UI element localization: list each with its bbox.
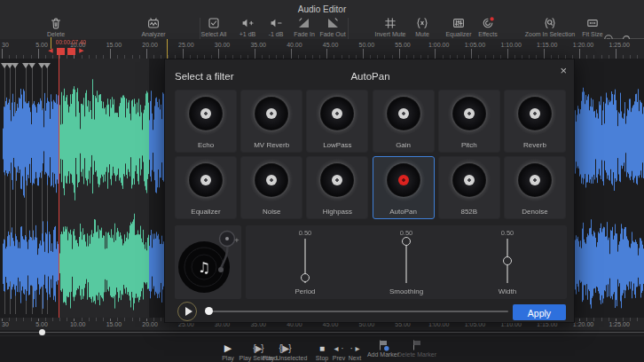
toolbar-label: Fade Out: [302, 31, 364, 37]
toolbar-label: Analyzer: [122, 31, 185, 37]
filter-dialog: Select a filter AutoPan × EchoMV ReverbL…: [164, 59, 575, 323]
playhead-left-arrow[interactable]: ◀: [48, 47, 52, 54]
param-value: 0.50: [270, 229, 341, 237]
toolbar-button-effects[interactable]: Effects: [457, 16, 519, 37]
loop-marker-line-right: [167, 39, 168, 59]
svg-text:+: +: [234, 237, 240, 244]
filter-name: Pitch: [439, 141, 499, 149]
toolbar-button-delete[interactable]: Delete: [25, 16, 87, 37]
waveform-right[interactable]: [575, 59, 644, 318]
preview-progress-track[interactable]: [208, 311, 508, 312]
ruler-time-label: 40.00: [287, 42, 302, 48]
filter-tile-mv-reverb[interactable]: MV Reverb: [240, 90, 302, 153]
filter-tile-echo[interactable]: Echo: [175, 90, 237, 153]
ruler-time-label: 55.00: [395, 42, 411, 48]
turntable-illustration: ♫ +: [175, 225, 241, 299]
filter-tile-autopan[interactable]: AutoPan: [373, 156, 435, 219]
scrollbar-thumb[interactable]: [39, 329, 45, 335]
filter-tile-gain[interactable]: Gain: [373, 90, 435, 153]
vinyl-record-icon: [183, 90, 229, 137]
vinyl-record-icon: [248, 90, 295, 137]
ruler-time-label: 15.00: [106, 321, 122, 327]
toolbar-label: Effects: [457, 31, 519, 37]
ruler-time-label: 5.00: [35, 321, 48, 327]
filter-tile-pitch[interactable]: Pitch: [438, 90, 500, 153]
ruler-time-label: 20.00: [142, 42, 158, 48]
toolbar-label: Delete: [25, 31, 87, 37]
filter-tile-reverb[interactable]: Reverb: [504, 90, 566, 153]
param-value: 0.50: [371, 229, 442, 237]
filter-name: 852B: [439, 208, 499, 216]
vinyl-record-icon: [446, 90, 492, 137]
filter-name: MV Reverb: [241, 141, 302, 149]
slider-thumb[interactable]: [402, 237, 411, 246]
toolbar-button-fade-out[interactable]: Fade Out: [302, 16, 364, 37]
vinyl-record-icon: [314, 90, 360, 137]
slider-thumb[interactable]: [503, 256, 512, 265]
filter-name: Denoise: [505, 208, 565, 216]
vinyl-record-icon: [183, 157, 229, 203]
filter-tile-noise[interactable]: Noise: [240, 156, 302, 219]
ruler-time-label: 1:10.00: [500, 42, 521, 48]
ruler-time-label: 20.00: [142, 321, 158, 327]
fade-out-icon: [302, 16, 364, 30]
filter-params-panel: 0.50Period0.50Smoothing0.50Width: [246, 225, 567, 299]
playhead-right-arrow[interactable]: ▶: [79, 47, 83, 54]
ruler-time-label: 35.00: [250, 42, 266, 48]
toolbar-button-analyzer[interactable]: Analyzer: [122, 16, 185, 37]
timeline-ruler-top[interactable]: 305.0010.0015.0020.0025.0030.0035.0040.0…: [0, 39, 644, 59]
param-slider-period: 0.50Period: [270, 225, 341, 299]
vinyl-record-icon: [381, 157, 427, 203]
analyzer-icon: [122, 16, 185, 30]
filter-tile-denoise[interactable]: Denoise: [504, 156, 566, 219]
ruler-time-label: 30: [2, 42, 9, 48]
audio-editor-window: Audio Editor DeleteAnalyzerSelect All+1 …: [0, 0, 644, 362]
param-name: Width: [472, 287, 543, 295]
delete-marker-icon: [389, 339, 444, 351]
filter-name: LowPass: [307, 141, 367, 149]
ruler-time-label: 30: [2, 321, 9, 327]
close-icon[interactable]: ×: [560, 65, 567, 76]
ruler-time-label: 1:20.00: [573, 42, 593, 48]
preview-play-button[interactable]: [177, 302, 197, 321]
vinyl-record-icon: [381, 90, 427, 137]
filter-name: Highpass: [307, 208, 367, 216]
param-name: Smoothing: [371, 287, 442, 295]
vinyl-record-icon: [512, 90, 558, 137]
playhead-handle[interactable]: [67, 48, 75, 55]
ruler-time-label: 1:25.00: [609, 42, 630, 48]
slider-thumb[interactable]: [301, 273, 310, 282]
ruler-time-label: 50.00: [359, 42, 375, 48]
ruler-time-label: 1:05.00: [465, 42, 485, 48]
filter-preview-panel: ♫ +: [175, 225, 241, 299]
ruler-time-label: 30.00: [215, 42, 231, 48]
ruler-time-label: 1:00.00: [428, 42, 449, 48]
horizontal-scrollbar[interactable]: [0, 332, 644, 333]
playhead-time: 00:00:07.40: [56, 39, 86, 45]
ruler-time-label: 1:20.00: [573, 321, 593, 327]
effects-icon: [457, 16, 519, 30]
filter-tile-equalizer[interactable]: Equalizer: [175, 156, 237, 219]
filter-name: Noise: [241, 208, 302, 216]
playhead-line[interactable]: [59, 48, 59, 318]
transport-bar: ▶Play{▶}Play Selected{|▶}Play Unselected…: [0, 335, 644, 362]
fit-size-icon: [562, 16, 624, 30]
transport-button-delete-marker[interactable]: Delete Marker: [389, 339, 444, 358]
filter-tile-852b[interactable]: 852B: [438, 156, 500, 219]
vinyl-record-icon: [512, 157, 558, 203]
toolbar-separator: [348, 18, 349, 39]
filter-name: Equalizer: [176, 208, 236, 216]
waveform-left[interactable]: [0, 59, 165, 318]
vinyl-record-icon: [314, 157, 360, 203]
ruler-time-label: 1:25.00: [609, 321, 630, 327]
main-toolbar: DeleteAnalyzerSelect All+1 dB-1 dBFade I…: [0, 12, 644, 39]
toolbar-separator: [200, 18, 200, 39]
filter-tile-lowpass[interactable]: LowPass: [306, 90, 368, 153]
selected-filter-name: AutoPan: [165, 71, 576, 82]
preview-progress-thumb[interactable]: [205, 307, 213, 315]
play-unselected-icon: {|▶}: [279, 342, 291, 353]
apply-button[interactable]: Apply: [513, 304, 566, 320]
svg-text:♫: ♫: [198, 259, 210, 276]
filter-tile-highpass[interactable]: Highpass: [306, 156, 368, 219]
titlebar: Audio Editor: [0, 0, 644, 12]
